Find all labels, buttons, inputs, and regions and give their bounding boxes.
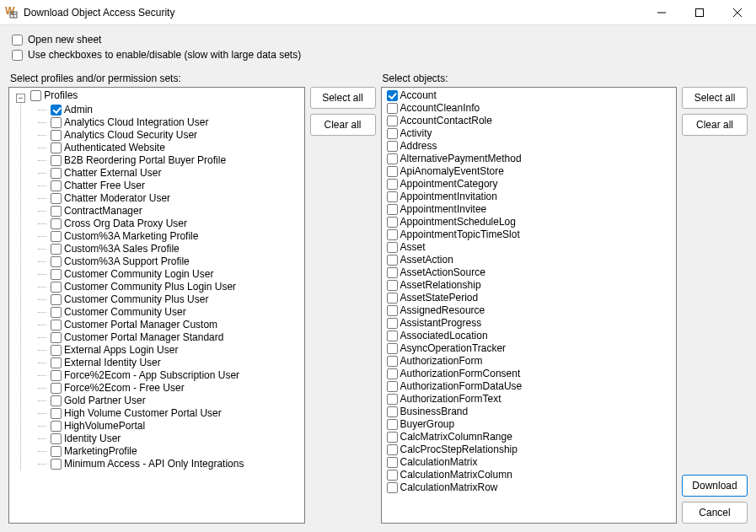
object-checkbox[interactable]: [387, 229, 398, 240]
object-checkbox[interactable]: [387, 204, 398, 215]
object-item[interactable]: ApiAnomalyEventStore: [383, 165, 675, 178]
profile-item[interactable]: HighVolumePortal: [38, 420, 303, 433]
profile-item[interactable]: Minimum Access - API Only Integrations: [38, 458, 303, 470]
object-item[interactable]: AsyncOperationTracker: [383, 342, 675, 355]
profile-item[interactable]: Chatter Free User: [38, 180, 303, 192]
object-checkbox[interactable]: [387, 368, 398, 379]
object-item[interactable]: BuyerGroup: [383, 418, 675, 431]
object-checkbox[interactable]: [387, 267, 398, 278]
profile-item[interactable]: Customer Community Plus Login User: [38, 281, 303, 293]
profile-checkbox[interactable]: [51, 421, 62, 432]
profile-checkbox[interactable]: [51, 256, 62, 267]
object-item[interactable]: CalculationMatrix: [383, 456, 675, 469]
profile-checkbox[interactable]: [51, 218, 62, 229]
profile-checkbox[interactable]: [51, 408, 62, 419]
profile-checkbox[interactable]: [51, 459, 62, 470]
object-checkbox[interactable]: [387, 406, 398, 417]
object-item[interactable]: CalcMatrixColumnRange: [383, 431, 675, 443]
object-item[interactable]: Activity: [383, 127, 675, 140]
object-item[interactable]: AccountCleanInfo: [383, 102, 675, 115]
object-checkbox[interactable]: [387, 90, 398, 101]
profile-checkbox[interactable]: [51, 433, 62, 444]
profile-item[interactable]: B2B Reordering Portal Buyer Profile: [38, 154, 303, 167]
object-checkbox[interactable]: [387, 179, 398, 190]
profile-item[interactable]: Gold Partner User: [38, 395, 303, 407]
profile-item[interactable]: Customer Portal Manager Custom: [38, 319, 303, 331]
profile-checkbox[interactable]: [51, 395, 62, 406]
profile-checkbox[interactable]: [51, 180, 62, 191]
object-item[interactable]: Account: [383, 89, 675, 102]
profile-item[interactable]: ContractManager: [38, 205, 303, 218]
profile-checkbox[interactable]: [51, 142, 62, 153]
profile-item[interactable]: Chatter Moderator User: [38, 192, 303, 205]
profile-checkbox[interactable]: [51, 446, 62, 457]
profile-checkbox[interactable]: [51, 357, 62, 368]
profiles-clear-all-button[interactable]: Clear all: [310, 114, 376, 136]
object-item[interactable]: AccountContactRole: [383, 115, 675, 127]
profiles-select-all-button[interactable]: Select all: [310, 87, 376, 109]
object-item[interactable]: AssetActionSource: [383, 266, 675, 279]
object-item[interactable]: AuthorizationFormText: [383, 393, 675, 406]
objects-listbox[interactable]: AccountAccountCleanInfoAccountContactRol…: [381, 87, 678, 524]
object-checkbox[interactable]: [387, 482, 398, 493]
profile-checkbox[interactable]: [51, 307, 62, 318]
minimize-button[interactable]: [642, 0, 680, 25]
profile-checkbox[interactable]: [51, 332, 62, 343]
object-checkbox[interactable]: [387, 381, 398, 392]
object-checkbox[interactable]: [387, 191, 398, 202]
use-checkboxes-option[interactable]: Use checkboxes to enable/disable (slow w…: [12, 49, 744, 61]
profile-checkbox[interactable]: [51, 294, 62, 305]
profile-item[interactable]: Customer Community Login User: [38, 268, 303, 281]
profile-item[interactable]: Authenticated Website: [38, 142, 303, 154]
profiles-listbox[interactable]: − Profiles AdminAnalytics Cloud Integrat…: [8, 87, 305, 524]
object-item[interactable]: AssetStatePeriod: [383, 292, 675, 304]
profile-checkbox[interactable]: [51, 383, 62, 394]
object-checkbox[interactable]: [387, 153, 398, 164]
profile-checkbox[interactable]: [51, 206, 62, 217]
object-item[interactable]: CalculationMatrixColumn: [383, 469, 675, 481]
use-checkboxes-checkbox[interactable]: [12, 50, 23, 61]
profile-checkbox[interactable]: [51, 320, 62, 330]
profile-item[interactable]: Analytics Cloud Security User: [38, 129, 303, 142]
profile-checkbox[interactable]: [51, 130, 62, 141]
objects-select-all-button[interactable]: Select all: [682, 87, 748, 109]
profile-checkbox[interactable]: [51, 105, 62, 116]
profile-item[interactable]: Custom%3A Marketing Profile: [38, 230, 303, 243]
object-item[interactable]: CalculationMatrixRow: [383, 481, 675, 494]
cancel-button[interactable]: Cancel: [682, 502, 748, 524]
profile-checkbox[interactable]: [51, 168, 62, 179]
object-item[interactable]: AppointmentInvitation: [383, 191, 675, 203]
maximize-button[interactable]: [680, 0, 718, 25]
profile-checkbox[interactable]: [51, 193, 62, 204]
object-checkbox[interactable]: [387, 330, 398, 341]
object-checkbox[interactable]: [387, 217, 398, 228]
object-item[interactable]: AssistantProgress: [383, 317, 675, 330]
profile-item[interactable]: Force%2Ecom - Free User: [38, 382, 303, 395]
profile-item[interactable]: Customer Portal Manager Standard: [38, 331, 303, 344]
profile-checkbox[interactable]: [51, 117, 62, 128]
object-checkbox[interactable]: [387, 356, 398, 367]
object-item[interactable]: Asset: [383, 241, 675, 254]
object-checkbox[interactable]: [387, 394, 398, 405]
download-button[interactable]: Download: [682, 475, 748, 497]
object-item[interactable]: AppointmentCategory: [383, 178, 675, 191]
object-item[interactable]: Address: [383, 140, 675, 153]
profile-checkbox[interactable]: [51, 269, 62, 280]
object-checkbox[interactable]: [387, 444, 398, 455]
object-checkbox[interactable]: [387, 242, 398, 253]
object-checkbox[interactable]: [387, 419, 398, 430]
object-item[interactable]: AssetRelationship: [383, 279, 675, 292]
object-checkbox[interactable]: [387, 141, 398, 152]
object-item[interactable]: AppointmentTopicTimeSlot: [383, 228, 675, 241]
object-item[interactable]: CalcProcStepRelationship: [383, 443, 675, 456]
object-item[interactable]: AssignedResource: [383, 304, 675, 317]
object-checkbox[interactable]: [387, 128, 398, 139]
object-checkbox[interactable]: [387, 280, 398, 291]
profile-item[interactable]: Identity User: [38, 433, 303, 445]
profile-item[interactable]: Custom%3A Sales Profile: [38, 243, 303, 255]
profile-item[interactable]: Chatter External User: [38, 167, 303, 180]
profile-item[interactable]: Custom%3A Support Profile: [38, 255, 303, 268]
object-checkbox[interactable]: [387, 293, 398, 304]
object-item[interactable]: BusinessBrand: [383, 406, 675, 418]
object-item[interactable]: AuthorizationForm: [383, 355, 675, 368]
